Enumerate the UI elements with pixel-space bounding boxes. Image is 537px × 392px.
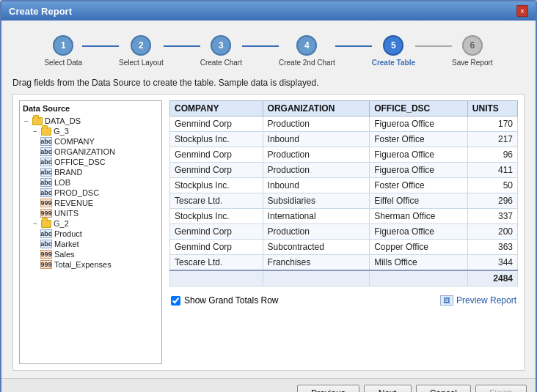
tree-item-brand[interactable]: abc BRAND: [23, 167, 158, 177]
folder-icon-g2: [41, 220, 51, 228]
tree-item-company[interactable]: abc COMPANY: [23, 136, 158, 147]
finish-button[interactable]: Finish: [475, 385, 527, 392]
abc-icon-market: abc: [40, 240, 52, 248]
tree-item-product[interactable]: abc Product: [23, 229, 158, 239]
tree-label-prod-dsc: PROD_DSC: [54, 188, 99, 197]
step-2-label: Select Layout: [119, 59, 164, 67]
tree-item-office-dsc[interactable]: abc OFFICE_DSC: [23, 157, 158, 167]
cell-office-dsc: Figueroa Office: [370, 147, 468, 163]
tree-item-lob[interactable]: abc LOB: [23, 177, 158, 188]
cell-office-dsc: Figueroa Office: [370, 117, 468, 132]
cancel-button[interactable]: Cancel: [416, 385, 471, 392]
tree-label-office-dsc: OFFICE_DSC: [54, 158, 106, 166]
tree-item-total-expenses[interactable]: 999 Total_Expenses: [23, 259, 158, 270]
content-area: Data Source − DATA_DS − G_3 abc COMPANY: [12, 94, 525, 371]
tree-item-datads[interactable]: − DATA_DS: [23, 116, 158, 126]
cell-units: 337: [467, 209, 517, 224]
step-1-label: Select Data: [44, 59, 82, 67]
table-row: Tescare Ltd. Franchises Mills Office 344: [170, 255, 518, 271]
step-4-circle: 4: [296, 35, 317, 56]
cell-office-dsc: Mills Office: [370, 255, 468, 271]
tree-item-units[interactable]: 999 UNITS: [23, 208, 158, 218]
tree-label-g3: G_3: [54, 127, 69, 136]
step-2[interactable]: 2 Select Layout: [119, 35, 164, 67]
cell-units: 170: [467, 117, 517, 132]
cell-organization: Inbound: [263, 132, 370, 147]
cell-units: 200: [467, 224, 517, 240]
col-header-company: COMPANY: [170, 101, 263, 117]
cell-office-dsc: Copper Office: [370, 240, 468, 255]
previous-button[interactable]: Previous: [297, 385, 359, 392]
cell-units: 344: [467, 255, 517, 271]
total-col2: [263, 270, 370, 286]
cell-organization: Subcontracted: [263, 240, 370, 255]
step-3-label: Create Chart: [200, 59, 242, 67]
preview-report-button[interactable]: 🖼 Preview Report: [440, 295, 516, 306]
abc-icon-office-dsc: abc: [40, 158, 52, 166]
col-header-organization: ORGANIZATION: [263, 101, 370, 117]
table-panel: COMPANY ORGANIZATION OFFICE_DSC UNITS Ge…: [169, 100, 518, 364]
expand-icon-g2: −: [32, 220, 39, 228]
step-3[interactable]: 3 Create Chart: [200, 35, 242, 67]
tree-label-market: Market: [54, 240, 79, 248]
step-2-circle: 2: [131, 35, 151, 56]
tree-label-product: Product: [54, 229, 82, 238]
step-1[interactable]: 1 Select Data: [44, 35, 82, 67]
tree-item-prod-dsc[interactable]: abc PROD_DSC: [23, 188, 158, 198]
dialog-footer: Previous Next Cancel Finish: [1, 378, 536, 392]
cell-office-dsc: Sherman Office: [370, 209, 468, 224]
cell-company: Genmind Corp: [170, 147, 263, 163]
show-grand-totals-text: Show Grand Totals Row: [184, 295, 279, 306]
col-header-office-dsc: OFFICE_DSC: [370, 101, 468, 117]
cell-company: Stockplus Inc.: [170, 178, 263, 193]
cell-organization: Production: [263, 147, 370, 163]
step-1-circle: 1: [53, 35, 73, 56]
step-5[interactable]: 5 Create Table: [372, 35, 415, 67]
tree-label-units: UNITS: [54, 209, 78, 218]
tree-item-organization[interactable]: abc ORGANIZATION: [23, 147, 158, 157]
cell-units: 411: [467, 163, 517, 178]
expand-icon-g3: −: [32, 127, 39, 136]
tree-label-brand: BRAND: [54, 168, 83, 177]
cell-company: Genmind Corp: [170, 117, 263, 132]
next-button[interactable]: Next: [364, 385, 412, 392]
cell-office-dsc: Eiffel Office: [370, 193, 468, 209]
cell-company: Tescare Ltd.: [170, 193, 263, 209]
cell-units: 50: [467, 178, 517, 193]
step-4[interactable]: 4 Create 2nd Chart: [279, 35, 335, 67]
close-button[interactable]: ×: [516, 5, 528, 17]
table-row: Genmind Corp Production Figueroa Office …: [170, 163, 518, 178]
expand-icon-datads: −: [23, 117, 30, 125]
show-grand-totals-checkbox[interactable]: [171, 296, 180, 306]
step-4-label: Create 2nd Chart: [279, 59, 335, 67]
tree-item-revenue[interactable]: 999 REVENUE: [23, 198, 158, 208]
tree-item-g2[interactable]: − G_2: [23, 218, 158, 229]
tree-item-sales[interactable]: 999 Sales: [23, 249, 158, 259]
show-grand-totals-label[interactable]: Show Grand Totals Row: [171, 295, 279, 306]
cell-organization: Production: [263, 117, 370, 132]
step-3-circle: 3: [211, 35, 231, 56]
cell-organization: Subsidiaries: [263, 193, 370, 209]
total-col3: [370, 270, 468, 286]
abc-icon-product: abc: [40, 229, 52, 238]
preview-icon: 🖼: [440, 295, 453, 306]
cell-organization: Production: [263, 224, 370, 240]
cell-company: Genmind Corp: [170, 240, 263, 255]
table-row: Stockplus Inc. International Sherman Off…: [170, 209, 518, 224]
abc-icon-company: abc: [40, 137, 52, 146]
instruction-text: Drag fields from the Data Source to crea…: [12, 78, 525, 88]
cell-office-dsc: Foster Office: [370, 132, 468, 147]
tree-item-market[interactable]: abc Market: [23, 239, 158, 249]
step-6[interactable]: 6 Save Report: [452, 35, 493, 67]
step-6-label: Save Report: [452, 59, 493, 67]
table-row: Stockplus Inc. Inbound Foster Office 217: [170, 132, 518, 147]
abc-icon-lob: abc: [40, 178, 52, 187]
cell-organization: Inbound: [263, 178, 370, 193]
tree-label-datads: DATA_DS: [45, 117, 81, 125]
total-row: 2484: [170, 270, 518, 286]
total-value: 2484: [467, 270, 517, 286]
tree-item-g3[interactable]: − G_3: [23, 126, 158, 136]
num-icon-total-expenses: 999: [40, 260, 52, 269]
table-row: Tescare Ltd. Subsidiaries Eiffel Office …: [170, 193, 518, 209]
cell-organization: Production: [263, 163, 370, 178]
